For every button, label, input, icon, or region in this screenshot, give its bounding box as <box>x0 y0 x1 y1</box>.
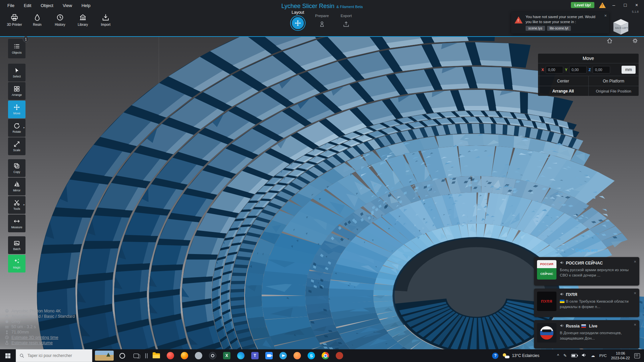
zoom-icon[interactable] <box>262 349 276 362</box>
tab-layout[interactable]: Layout <box>286 9 310 29</box>
news-card[interactable]: Russia Live В Донецке наградили ополченц… <box>534 320 639 349</box>
news-card[interactable]: ПУЛЯ ПУЛЯ В селе Требухов Киевской облас… <box>534 289 639 317</box>
arrange-all-button[interactable]: Arrange All <box>538 86 588 96</box>
search-input[interactable] <box>27 353 87 358</box>
resin-icon <box>33 13 41 21</box>
axis-x-input[interactable] <box>546 66 563 73</box>
help-badge-icon[interactable]: ? <box>492 353 498 359</box>
tool-scale-button[interactable]: Scale <box>8 137 25 155</box>
tool-measure-button[interactable]: Measure <box>8 215 25 232</box>
hide-all-link[interactable]: Скрыть все <box>534 248 639 253</box>
original-file-position-button[interactable]: Original File Position <box>588 86 639 96</box>
menu-object[interactable]: Object <box>36 3 58 8</box>
axis-y-input[interactable] <box>569 66 587 73</box>
objects-panel-button[interactable]: Objects <box>8 39 25 58</box>
save-lite-scene-button[interactable]: lite-scene.lyt <box>547 26 571 31</box>
minimize-button[interactable]: – <box>610 2 617 8</box>
news-close-icon[interactable]: × <box>634 322 636 327</box>
maximize-button[interactable]: □ <box>622 2 629 8</box>
onedrive-cloud-icon[interactable]: ☁ <box>591 353 595 358</box>
scene-info-height: 71.80mm <box>5 329 75 335</box>
resin-button[interactable]: Resin <box>27 12 48 26</box>
tool-select-button[interactable]: Select <box>8 64 25 81</box>
browser-orange-icon[interactable] <box>290 349 304 362</box>
import-icon <box>102 13 110 21</box>
file-explorer-icon[interactable] <box>149 349 163 362</box>
tab-prepare[interactable]: Prepare <box>310 9 334 29</box>
view-cube[interactable]: BACK LEFT <box>611 17 631 38</box>
home-view-button[interactable] <box>606 38 613 45</box>
battery-icon[interactable] <box>571 354 577 357</box>
menu-view[interactable]: View <box>58 3 77 8</box>
on-platform-button[interactable]: On Platform <box>588 76 639 86</box>
megaphone-icon <box>560 292 564 297</box>
excel-icon[interactable]: X <box>220 349 234 362</box>
edge-icon[interactable] <box>234 349 248 362</box>
save-notice-close-icon[interactable]: × <box>604 13 607 18</box>
weather-widget[interactable]: 13°C Eclaircies <box>503 353 539 358</box>
telegram-icon[interactable] <box>276 349 290 362</box>
taskbar: X T S ? 13°C Eclaircies ^ ✎ ☁ РУС 10:06 … <box>0 349 644 362</box>
level-up-button[interactable]: Level Up! <box>571 2 594 8</box>
tool-mirror-button[interactable]: Mirror <box>8 178 25 195</box>
import-button[interactable]: Import <box>95 12 116 26</box>
tab-export[interactable]: Export <box>334 9 358 29</box>
paint-icon[interactable] <box>192 349 206 362</box>
lychee-slicer-icon[interactable] <box>163 349 177 362</box>
news-card[interactable]: РОССИЯСЕЙЧАС РОССИЯ СЕЙЧАС Боец русской … <box>534 257 639 286</box>
save-scene-lys-button[interactable]: scene.lys <box>526 26 545 31</box>
news-close-icon[interactable]: × <box>634 259 636 264</box>
language-indicator[interactable]: РУС <box>599 354 607 358</box>
speaker-icon[interactable] <box>582 353 587 359</box>
news-text: В селе Требухов Киевской области радикал… <box>560 299 636 309</box>
move-axes-row: X Y Z mm <box>538 63 639 76</box>
teams-icon[interactable]: T <box>248 349 262 362</box>
cortana-icon[interactable] <box>115 349 129 362</box>
scene-info: Anycubic Photon Mono 4K Anycubic Rapid /… <box>5 308 75 346</box>
firefox-icon[interactable] <box>177 349 192 362</box>
menu-edit[interactable]: Edit <box>19 3 36 8</box>
tool-rotate-button[interactable]: Rotate <box>8 119 25 137</box>
tool-magic-button[interactable]: Magic <box>8 255 25 273</box>
center-button[interactable]: Center <box>538 76 588 86</box>
task-view-icon[interactable] <box>129 349 143 362</box>
tool-arrange-button[interactable]: Arrange <box>8 82 25 100</box>
chrome-icon[interactable] <box>318 349 332 362</box>
library-button[interactable]: Library <box>72 12 93 26</box>
unit-mm-button[interactable]: mm <box>622 66 636 74</box>
tool-copy-button[interactable]: Copy <box>8 159 25 177</box>
start-button[interactable] <box>0 349 16 362</box>
skype-icon[interactable]: S <box>304 349 318 362</box>
tool-tools-button[interactable]: Tools <box>8 196 25 214</box>
printer-button[interactable]: 3D Printer <box>4 12 25 26</box>
tool-move-label: Move <box>13 112 20 115</box>
browser-red-icon[interactable] <box>332 349 346 362</box>
viewcube-left-face[interactable]: LEFT <box>622 27 628 29</box>
scene-info-time: Estimate 3D printing time <box>5 335 75 340</box>
viewport-settings-button[interactable] <box>632 38 638 45</box>
axis-z-input[interactable] <box>593 66 610 73</box>
news-close-icon[interactable]: × <box>634 291 636 296</box>
menu-help[interactable]: Help <box>77 3 95 8</box>
scissors-icon <box>13 199 20 206</box>
action-center-icon[interactable] <box>634 353 640 358</box>
taskbar-search[interactable] <box>16 349 92 362</box>
estimate-time-link[interactable]: Estimate 3D printing time <box>11 335 58 340</box>
clock[interactable]: 10:06 2023-04-22 <box>611 351 630 361</box>
estimate-volume-link[interactable]: Estimate resin volume <box>11 341 53 345</box>
scale-icon <box>13 141 20 147</box>
tray-expand-icon[interactable]: ^ <box>557 353 559 358</box>
viewcube-back-face[interactable]: BACK <box>615 27 622 29</box>
warning-icon[interactable]: ! <box>599 2 606 8</box>
tool-move-button[interactable]: Move <box>8 101 25 118</box>
tool-batch-button[interactable]: Batch <box>8 236 25 254</box>
history-button[interactable]: History <box>50 12 70 26</box>
tray-date: 2023-04-22 <box>611 356 630 360</box>
close-button[interactable]: × <box>633 2 640 8</box>
news-source: РОССИЯ СЕЙЧАС <box>566 261 603 265</box>
app-title-suffix: & Filament Beta <box>336 5 363 9</box>
widgets-photo-icon[interactable] <box>95 351 114 361</box>
obs-icon[interactable] <box>206 349 220 362</box>
menu-file[interactable]: File <box>3 3 19 8</box>
pen-icon[interactable]: ✎ <box>564 353 567 358</box>
